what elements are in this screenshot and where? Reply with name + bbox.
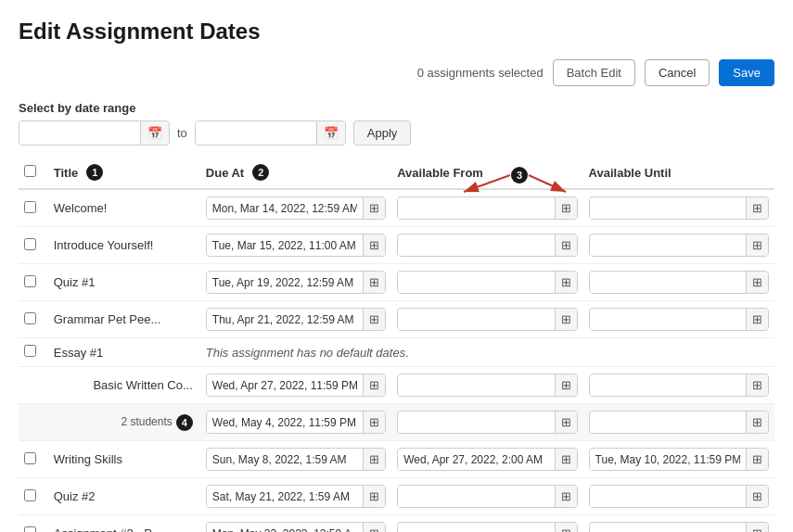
- avail-until-basic-written-calendar-btn[interactable]: ⊞: [746, 374, 768, 396]
- avail-until-basic-written-input[interactable]: [590, 375, 746, 396]
- avail-from-welcome-input[interactable]: [398, 198, 554, 219]
- table-row: Writing Skills⊞⊞⊞: [19, 441, 774, 478]
- row-title-basic-written: Basic Written Co...: [48, 367, 200, 404]
- row-title-welcome: Welcome!: [48, 189, 200, 227]
- avail-from-assignment-2-calendar-btn[interactable]: ⊞: [555, 523, 577, 532]
- row-avail-until-welcome: ⊞: [583, 189, 774, 227]
- avail-until-grammar-pet-calendar-btn[interactable]: ⊞: [746, 309, 768, 330]
- due-basic-written-calendar-btn[interactable]: ⊞: [363, 374, 385, 396]
- apply-button[interactable]: Apply: [353, 120, 412, 146]
- due-writing-skills-input[interactable]: [207, 450, 363, 470]
- avail-until-writing-skills-input[interactable]: [590, 450, 746, 470]
- avail-from-quiz-1-input[interactable]: [398, 272, 554, 293]
- avail-from-assignment-2-input[interactable]: [398, 524, 554, 533]
- avail-until-assignment-2-input[interactable]: [590, 524, 746, 533]
- due-quiz-2-calendar-btn[interactable]: ⊞: [363, 486, 385, 507]
- avail-from-writing-skills-input[interactable]: [398, 450, 554, 470]
- table-row: Quiz #1⊞⊞⊞: [19, 264, 774, 301]
- row-checkbox-welcome[interactable]: [24, 201, 36, 213]
- avail-until-welcome-calendar-btn[interactable]: ⊞: [746, 197, 768, 219]
- row-avail-until-quiz-1: ⊞: [583, 264, 774, 301]
- row-checkbox-assignment-2[interactable]: [24, 526, 36, 533]
- avail-from-grammar-pet-input[interactable]: [398, 310, 554, 330]
- due-grammar-pet-field-wrap: ⊞: [206, 308, 386, 331]
- avail-until-quiz-2-input[interactable]: [590, 487, 746, 507]
- avail-from-grammar-pet-field-wrap: ⊞: [397, 308, 577, 331]
- date-to-input[interactable]: [196, 121, 316, 145]
- avail-until-quiz-2-calendar-btn[interactable]: ⊞: [746, 486, 768, 507]
- sub-due-basic-written-sub-field-wrap: ⊞: [206, 411, 386, 434]
- save-button[interactable]: Save: [719, 59, 774, 86]
- due-writing-skills-calendar-btn[interactable]: ⊞: [363, 449, 385, 470]
- date-from-calendar-icon[interactable]: 📅: [140, 121, 169, 145]
- avail-from-grammar-pet-calendar-btn[interactable]: ⊞: [555, 309, 577, 330]
- avail-until-writing-skills-field-wrap: ⊞: [589, 448, 769, 471]
- row-checkbox-grammar-pet[interactable]: [24, 312, 36, 324]
- sub-avail-from-basic-written-sub-field-wrap: ⊞: [397, 411, 577, 434]
- avail-until-introduce-yourself-calendar-btn[interactable]: ⊞: [746, 234, 768, 256]
- batch-edit-button[interactable]: Batch Edit: [553, 59, 635, 86]
- due-welcome-input[interactable]: [207, 198, 363, 219]
- avail-until-quiz-1-calendar-btn[interactable]: ⊞: [746, 272, 768, 293]
- avail-until-basic-written-field-wrap: ⊞: [589, 374, 769, 397]
- due-assignment-2-input[interactable]: [207, 524, 363, 533]
- sub-row-label-basic-written-sub: 2 students4: [48, 404, 200, 441]
- sub-avail-until-basic-written-sub-calendar-btn[interactable]: ⊞: [746, 412, 768, 433]
- date-range-row: 📅 to 📅 Apply: [19, 120, 774, 146]
- sub-due-basic-written-sub-input[interactable]: [207, 412, 363, 433]
- avail-until-quiz-1-input[interactable]: [590, 272, 746, 293]
- avail-from-basic-written-calendar-btn[interactable]: ⊞: [555, 374, 577, 396]
- due-basic-written-input[interactable]: [207, 375, 363, 396]
- th-title-label: Title: [54, 166, 79, 180]
- sub-avail-from-basic-written-sub-calendar-btn[interactable]: ⊞: [555, 412, 577, 433]
- due-quiz-2-input[interactable]: [207, 487, 363, 507]
- sub-avail-until-basic-written-sub-input[interactable]: [590, 412, 746, 433]
- avail-from-introduce-yourself-calendar-btn[interactable]: ⊞: [555, 234, 577, 256]
- row-checkbox-quiz-1[interactable]: [24, 275, 36, 287]
- date-to-calendar-icon[interactable]: 📅: [316, 121, 345, 145]
- sub-avail-until-basic-written-sub-field-wrap: ⊞: [589, 411, 769, 434]
- avail-from-introduce-yourself-field-wrap: ⊞: [397, 234, 577, 257]
- due-introduce-yourself-input[interactable]: [207, 235, 363, 256]
- date-from-input[interactable]: [19, 121, 140, 145]
- row-due-grammar-pet: ⊞: [200, 301, 391, 338]
- due-quiz-1-input[interactable]: [207, 272, 363, 293]
- row-checkbox-introduce-yourself[interactable]: [24, 238, 36, 250]
- avail-from-quiz-2-calendar-btn[interactable]: ⊞: [555, 486, 577, 507]
- sub-due-basic-written-sub-calendar-btn[interactable]: ⊞: [363, 412, 385, 433]
- table-row: Quiz #2⊞⊞⊞: [19, 478, 774, 515]
- due-quiz-2-field-wrap: ⊞: [206, 485, 386, 508]
- avail-until-welcome-input[interactable]: [590, 198, 746, 219]
- row-title-grammar-pet: Grammar Pet Pee...: [48, 301, 200, 338]
- avail-until-assignment-2-field-wrap: ⊞: [589, 522, 769, 532]
- avail-until-grammar-pet-input[interactable]: [590, 310, 746, 330]
- row-avail-from-basic-written: ⊞: [391, 367, 582, 404]
- avail-from-welcome-field-wrap: ⊞: [397, 196, 577, 220]
- select-all-checkbox[interactable]: [24, 165, 36, 177]
- row-checkbox-writing-skills[interactable]: [24, 452, 36, 464]
- due-basic-written-field-wrap: ⊞: [206, 374, 386, 397]
- row-checkbox-essay-1[interactable]: [24, 345, 36, 357]
- avail-from-welcome-calendar-btn[interactable]: ⊞: [555, 197, 577, 219]
- avail-until-introduce-yourself-input[interactable]: [590, 235, 746, 256]
- due-assignment-2-calendar-btn[interactable]: ⊞: [363, 523, 385, 532]
- avail-from-quiz-2-input[interactable]: [398, 487, 554, 507]
- row-title-quiz-2: Quiz #2: [48, 478, 200, 515]
- due-welcome-field-wrap: ⊞: [206, 196, 386, 220]
- assignments-table: Title 1 Due At 2 Available From: [19, 157, 774, 532]
- avail-from-quiz-1-calendar-btn[interactable]: ⊞: [555, 272, 577, 293]
- avail-until-assignment-2-calendar-btn[interactable]: ⊞: [746, 523, 768, 532]
- row-checkbox-quiz-2[interactable]: [24, 489, 36, 501]
- cancel-button[interactable]: Cancel: [645, 59, 710, 86]
- avail-from-introduce-yourself-input[interactable]: [398, 235, 554, 256]
- avail-until-writing-skills-calendar-btn[interactable]: ⊞: [746, 449, 768, 470]
- due-introduce-yourself-calendar-btn[interactable]: ⊞: [363, 234, 385, 256]
- sub-avail-from-basic-written-sub-input[interactable]: [398, 412, 554, 433]
- avail-from-writing-skills-calendar-btn[interactable]: ⊞: [555, 449, 577, 470]
- avail-from-basic-written-input[interactable]: [398, 375, 554, 396]
- due-quiz-1-calendar-btn[interactable]: ⊞: [363, 272, 385, 293]
- due-grammar-pet-input[interactable]: [207, 310, 363, 330]
- due-welcome-calendar-btn[interactable]: ⊞: [363, 197, 385, 219]
- due-grammar-pet-calendar-btn[interactable]: ⊞: [363, 309, 385, 330]
- row-due-assignment-2: ⊞: [200, 515, 391, 533]
